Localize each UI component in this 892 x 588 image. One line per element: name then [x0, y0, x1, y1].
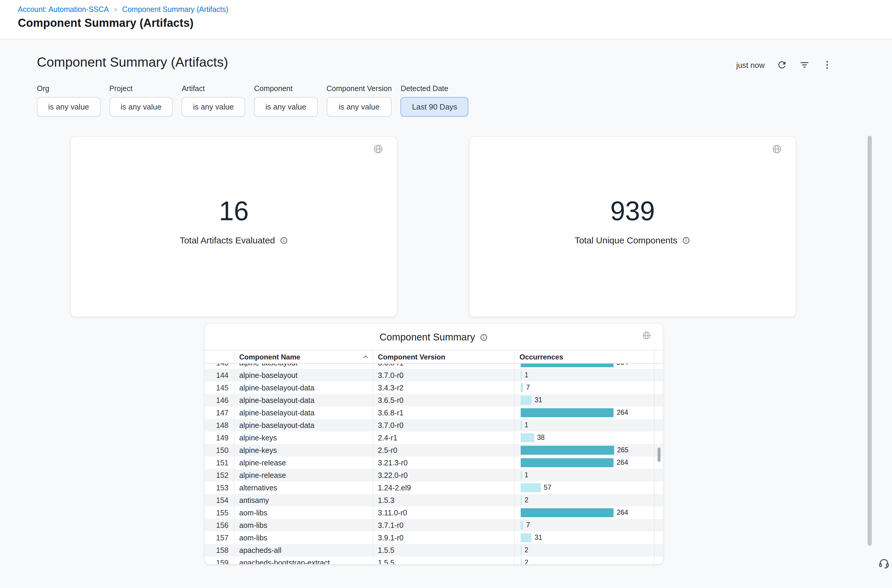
component-version-cell: 3.11.0-r0 [372, 507, 514, 519]
globe-icon[interactable] [772, 144, 782, 154]
occurrence-value: 38 [537, 432, 545, 444]
support-headset-icon[interactable] [878, 558, 890, 569]
table-row[interactable]: 144alpine-baselayout3.7.0-r01 [205, 369, 663, 381]
row-index: 152 [205, 469, 234, 482]
occurrence-value: 265 [617, 444, 628, 456]
occurrence-bar [521, 433, 534, 442]
filter-button-project[interactable]: is any value [109, 97, 172, 117]
occurrences-cell: 2 [514, 494, 654, 507]
column-label: Component Name [239, 352, 300, 361]
table-row[interactable]: 159apacheds-bootstrap-extract1.5.52 [205, 556, 663, 564]
row-index: 146 [205, 394, 234, 406]
table-row[interactable]: 154antisamy1.5.32 [205, 494, 663, 507]
occurrence-value: 1 [525, 369, 528, 381]
component-name-cell: apacheds-all [234, 544, 372, 556]
row-index: 158 [205, 544, 234, 556]
row-index: 153 [205, 482, 234, 494]
component-name-cell: alpine-baselayout-data [234, 381, 372, 394]
occurrence-value: 7 [526, 519, 530, 531]
component-name-cell: aom-libs [234, 507, 372, 519]
metric-label: Total Unique Components [574, 236, 677, 246]
component-version-cell: 1.5.5 [372, 544, 514, 556]
table-row[interactable]: 153alternatives1.24-2.el957 [205, 482, 663, 494]
refresh-icon[interactable] [777, 60, 787, 70]
breadcrumb-page-link[interactable]: Component Summary (Artifacts) [122, 5, 228, 14]
filter-label-project: Project [109, 84, 172, 93]
info-icon[interactable] [480, 333, 488, 341]
table-row[interactable]: 152alpine-release3.22.0-r01 [205, 469, 663, 482]
table-row[interactable]: 156aom-libs3.7.1-r07 [205, 519, 663, 531]
component-version-cell: 3.6.5-r0 [372, 394, 514, 406]
kebab-menu-icon[interactable] [822, 60, 832, 70]
table-row[interactable]: 150alpine-keys2.5-r0265 [205, 444, 663, 456]
filter-button-detected-date[interactable]: Last 90 Days [401, 97, 469, 117]
occurrences-cell: 31 [514, 531, 654, 544]
component-version-cell: 3.22.0-r0 [372, 469, 514, 482]
component-version-cell: 3.7.1-r0 [372, 519, 514, 531]
table-row[interactable]: 149alpine-keys2.4-r138 [205, 432, 663, 444]
table-row[interactable]: 145alpine-baselayout-data3.4.3-r27 [205, 381, 663, 394]
filter-button-component-version[interactable]: is any value [327, 97, 392, 117]
filter-icon[interactable] [799, 60, 810, 70]
occurrences-cell: 1 [514, 469, 654, 482]
row-index: 143 [205, 364, 234, 369]
component-version-cell: 1.5.3 [372, 494, 514, 507]
occurrences-cell: 7 [514, 519, 654, 531]
occurrences-cell: 57 [514, 482, 654, 494]
column-label: Component Version [378, 352, 445, 361]
filter-button-artifact[interactable]: is any value [182, 97, 245, 117]
component-version-cell: 1.5.5 [372, 556, 514, 564]
table-row[interactable]: 143alpine-baselayout3.6.8-r1264 [205, 364, 663, 369]
component-summary-table: Component Name Component Version Occurre… [205, 350, 663, 564]
metric-content: 939 Total Unique Components [574, 196, 690, 246]
dashboard-title: Component Summary (Artifacts) [37, 55, 228, 70]
occurrence-value: 2 [525, 544, 528, 556]
component-name-cell: alpine-baselayout [234, 369, 372, 381]
filter-label-component-version: Component Version [327, 84, 392, 93]
filter-button-org[interactable]: is any value [37, 97, 100, 117]
row-index: 145 [205, 381, 234, 394]
page-scrollbar-thumb[interactable] [868, 136, 872, 546]
globe-icon[interactable] [642, 331, 651, 340]
occurrence-value: 31 [535, 531, 543, 544]
table-row[interactable]: 148alpine-baselayout-data3.7.0-r01 [205, 419, 663, 432]
occurrence-bar [521, 396, 532, 405]
occurrences-cell: 38 [514, 432, 654, 444]
component-name-cell: alpine-baselayout-data [234, 419, 372, 432]
breadcrumb-separator-icon: > [114, 6, 117, 13]
table-row[interactable]: 151alpine-release3.21.3-r0264 [205, 456, 663, 469]
table-scrollbar-thumb[interactable] [658, 447, 661, 462]
breadcrumb-account-link[interactable]: Account: Automation-SSCA [18, 5, 109, 14]
row-index: 149 [205, 432, 234, 444]
dashboard-area: Component Summary (Artifacts) just now O… [0, 39, 892, 588]
info-icon[interactable] [280, 236, 288, 244]
occurrences-cell: 2 [514, 544, 654, 556]
component-name-cell: aom-libs [234, 519, 372, 531]
column-header-occurrences[interactable]: Occurrences [514, 351, 654, 363]
row-index: 148 [205, 419, 234, 432]
metric-value: 16 [219, 196, 249, 226]
table-row[interactable]: 157aom-libs3.9.1-r031 [205, 531, 663, 544]
occurrence-bar [521, 558, 522, 564]
occurrences-cell: 1 [514, 369, 654, 381]
info-icon[interactable] [682, 236, 691, 244]
occurrence-bar [521, 483, 541, 492]
component-name-cell: alpine-baselayout-data [234, 394, 372, 406]
occurrence-value: 57 [544, 482, 552, 494]
occurrence-bar [521, 521, 523, 530]
table-row[interactable]: 146alpine-baselayout-data3.6.5-r031 [205, 394, 663, 406]
occurrences-cell: 264 [514, 456, 654, 469]
row-index: 150 [205, 444, 234, 456]
column-header-component-version[interactable]: Component Version [372, 351, 514, 363]
filter-button-component[interactable]: is any value [254, 97, 318, 117]
occurrences-cell: 265 [514, 444, 654, 456]
filter-label-org: Org [37, 84, 100, 93]
column-header-component-name[interactable]: Component Name [234, 351, 372, 363]
table-row[interactable]: 155aom-libs3.11.0-r0264 [205, 507, 663, 519]
table-row[interactable]: 147alpine-baselayout-data3.6.8-r1264 [205, 406, 663, 419]
occurrence-bar [521, 408, 614, 417]
table-row[interactable]: 158apacheds-all1.5.52 [205, 544, 663, 556]
filter-label-artifact: Artifact [182, 84, 245, 93]
globe-icon[interactable] [373, 144, 383, 154]
component-version-cell: 2.4-r1 [372, 432, 514, 444]
